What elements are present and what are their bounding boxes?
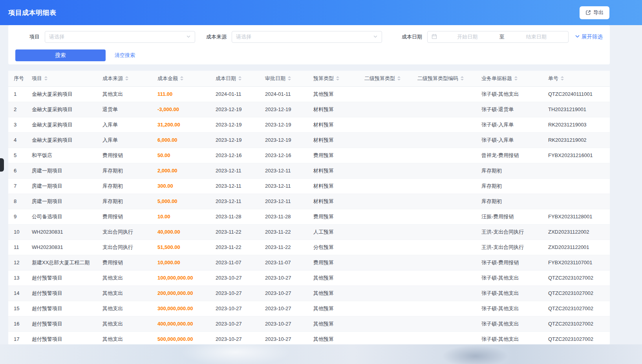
export-button[interactable]: 导出 bbox=[580, 6, 609, 19]
cell-project: 房建一期项目 bbox=[26, 194, 97, 209]
sort-icon[interactable] bbox=[461, 76, 464, 80]
cell-doc-title: 张子硕-其他支出 bbox=[476, 301, 543, 316]
cell-approval-date: 2023-11-07 bbox=[260, 255, 308, 270]
table-row[interactable]: 11WH20230831支出合同执行51,500.002023-11-22202… bbox=[8, 240, 610, 255]
column-header-doc-no[interactable]: 单号 bbox=[543, 71, 610, 86]
sort-icon[interactable] bbox=[397, 76, 401, 80]
cell-sub-budget-code bbox=[412, 148, 476, 163]
cell-sub-budget-type bbox=[359, 209, 412, 224]
cell-no: 11 bbox=[8, 240, 26, 255]
search-button[interactable]: 搜索 bbox=[15, 49, 106, 61]
sort-icon[interactable] bbox=[514, 76, 518, 80]
cell-no: 8 bbox=[8, 194, 26, 209]
table-row[interactable]: 1金融大厦采购项目其他支出111.002024-01-112024-01-11其… bbox=[8, 86, 610, 102]
expand-filter-link[interactable]: 展开筛选 bbox=[575, 33, 603, 40]
sort-icon[interactable] bbox=[238, 76, 241, 80]
cell-amount: 300.00 bbox=[152, 178, 210, 194]
cell-source: 库存期初 bbox=[97, 178, 152, 194]
cell-source: 费用报销 bbox=[97, 255, 152, 270]
table-row[interactable]: 12新建XX总部大厦工程二期费用报销10,000.002023-11-07202… bbox=[8, 255, 610, 270]
table-row[interactable]: 7房建一期项目库存期初300.002023-12-112023-12-11材料预… bbox=[8, 178, 610, 194]
column-header-doc-title[interactable]: 业务单据标题 bbox=[476, 71, 543, 86]
cell-sub-budget-type bbox=[359, 86, 412, 102]
column-header-project[interactable]: 项目 bbox=[26, 71, 97, 86]
cell-doc-no: QTZC20231027002 bbox=[543, 285, 610, 301]
column-header-budget-type[interactable]: 预算类型 bbox=[308, 71, 359, 86]
cell-doc-no: QTZC20231027002 bbox=[543, 270, 610, 285]
column-header-source[interactable]: 成本来源 bbox=[97, 71, 152, 86]
project-filter-label: 项目 bbox=[29, 33, 40, 40]
sort-icon[interactable] bbox=[336, 76, 339, 80]
cell-project: 金融大厦采购项目 bbox=[26, 117, 97, 132]
cost-source-select-placeholder: 请选择 bbox=[236, 33, 251, 40]
table-row[interactable]: 15超付预警项目其他支出300,000,000.002023-10-272023… bbox=[8, 301, 610, 316]
column-header-cost-date[interactable]: 成本日期 bbox=[210, 71, 260, 86]
column-header-sub-budget-code[interactable]: 二级预算类型编码 bbox=[412, 71, 476, 86]
cell-project: 超付预警项目 bbox=[26, 316, 97, 331]
cell-sub-budget-code bbox=[412, 316, 476, 331]
cell-cost-date: 2023-12-19 bbox=[210, 102, 260, 117]
cell-approval-date: 2023-12-19 bbox=[260, 117, 308, 132]
cell-doc-title: 张子硕-其他支出 bbox=[476, 331, 543, 344]
cost-date-range-picker[interactable]: 开始日期 至 结束日期 bbox=[427, 31, 569, 43]
cell-sub-budget-type bbox=[359, 178, 412, 194]
column-header-approval-date[interactable]: 审批日期 bbox=[260, 71, 308, 86]
sort-icon[interactable] bbox=[44, 76, 48, 80]
table-row[interactable]: 13超付预警项目其他支出100,000,000.002023-10-272023… bbox=[8, 270, 610, 285]
sort-icon[interactable] bbox=[561, 76, 564, 80]
table-row[interactable]: 10WH20230831支出合同执行40,000.002023-11-22202… bbox=[8, 224, 610, 240]
table-row[interactable]: 3金融大厦采购项目入库单31,200.002023-12-192023-12-1… bbox=[8, 117, 610, 132]
table-row[interactable]: 14超付预警项目其他支出200,000,000.002023-10-272023… bbox=[8, 285, 610, 301]
cost-source-select[interactable]: 请选择 bbox=[232, 31, 382, 43]
cell-sub-budget-code bbox=[412, 132, 476, 148]
table-row[interactable]: 16超付预警项目其他支出400,000,000.002023-10-272023… bbox=[8, 316, 610, 331]
table-row[interactable]: 6房建一期项目库存期初2,000.002023-12-112023-12-11材… bbox=[8, 163, 610, 178]
cell-cost-date: 2023-11-28 bbox=[210, 209, 260, 224]
table-row[interactable]: 2金融大厦采购项目退货单-3,000.002023-12-192023-12-1… bbox=[8, 102, 610, 117]
cell-budget-type: 分包预算 bbox=[308, 240, 359, 255]
cell-sub-budget-type bbox=[359, 316, 412, 331]
project-select[interactable]: 请选择 bbox=[45, 31, 195, 43]
sort-icon[interactable] bbox=[288, 76, 291, 80]
cell-cost-date: 2023-12-16 bbox=[210, 148, 260, 163]
cell-cost-date: 2023-12-11 bbox=[210, 194, 260, 209]
cell-budget-type: 费用预算 bbox=[308, 255, 359, 270]
cell-doc-title: 王洪-支出合同执行 bbox=[476, 224, 543, 240]
start-date-input[interactable]: 开始日期 bbox=[439, 33, 496, 40]
cell-doc-no bbox=[543, 178, 610, 194]
column-header-sub-budget-type[interactable]: 二级预算类型 bbox=[359, 71, 412, 86]
cell-sub-budget-type bbox=[359, 240, 412, 255]
end-date-input[interactable]: 结束日期 bbox=[508, 33, 565, 40]
cell-amount: 51,500.00 bbox=[152, 240, 210, 255]
cell-project: 金融大厦采购项目 bbox=[26, 86, 97, 102]
cell-doc-no: FYBX20231216001 bbox=[543, 148, 610, 163]
cell-doc-title: 汪振-费用报销 bbox=[476, 209, 543, 224]
table-row[interactable]: 8房建一期项目库存期初5,000.002023-12-112023-12-11材… bbox=[8, 194, 610, 209]
cell-doc-no: RK20231219002 bbox=[543, 132, 610, 148]
column-label-project: 项目 bbox=[32, 75, 42, 82]
cell-sub-budget-code bbox=[412, 163, 476, 178]
table-row[interactable]: 17超付预警项目其他支出500,000,000.002023-10-272023… bbox=[8, 331, 610, 344]
sort-icon[interactable] bbox=[180, 76, 183, 80]
cell-doc-title: 张子硕-其他支出 bbox=[476, 285, 543, 301]
cell-sub-budget-type bbox=[359, 117, 412, 132]
cell-approval-date: 2023-10-27 bbox=[260, 270, 308, 285]
cell-project: 超付预警项目 bbox=[26, 270, 97, 285]
clear-search-link[interactable]: 清空搜索 bbox=[115, 52, 135, 59]
side-drawer-handle[interactable] bbox=[0, 158, 4, 172]
cell-doc-title: 张子硕-入库单 bbox=[476, 117, 543, 132]
cell-doc-no: FYBX20231128001 bbox=[543, 209, 610, 224]
column-header-no: 序号 bbox=[8, 71, 26, 86]
cell-doc-no: QTZC20231027002 bbox=[543, 301, 610, 316]
table-row[interactable]: 9公司备选项目费用报销10.002023-11-282023-11-28费用预算… bbox=[8, 209, 610, 224]
cell-project: WH20230831 bbox=[26, 224, 97, 240]
cell-amount: 300,000,000.00 bbox=[152, 301, 210, 316]
table-row[interactable]: 5和平饭店费用报销50.002023-12-162023-12-16费用预算曾祥… bbox=[8, 148, 610, 163]
table-row[interactable]: 4金融大厦采购项目入库单6,000.002023-12-192023-12-19… bbox=[8, 132, 610, 148]
cell-budget-type: 材料预算 bbox=[308, 102, 359, 117]
cell-amount: 5,000.00 bbox=[152, 194, 210, 209]
sort-icon[interactable] bbox=[125, 76, 128, 80]
column-header-amount[interactable]: 成本金额 bbox=[152, 71, 210, 86]
cell-budget-type: 费用预算 bbox=[308, 148, 359, 163]
cell-amount: 500,000,000.00 bbox=[152, 331, 210, 344]
